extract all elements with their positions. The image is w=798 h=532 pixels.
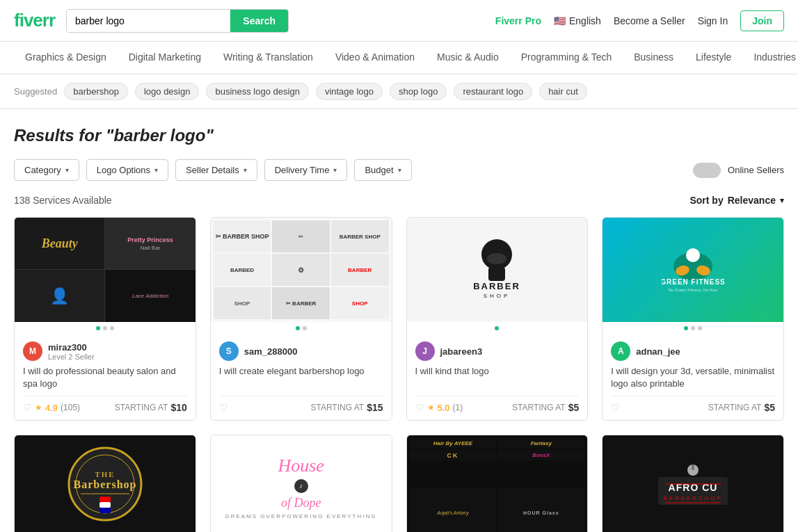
dot [296, 326, 300, 330]
logo-options-filter[interactable]: Logo Options ▾ [86, 159, 168, 181]
tag-hair-cut[interactable]: hair cut [539, 83, 587, 100]
sort-value[interactable]: Relevance [728, 195, 776, 206]
nav-writing-translation[interactable]: Writing & Translation [212, 42, 324, 74]
nav-industries[interactable]: Industries [742, 42, 798, 74]
tag-logo-design[interactable]: logo design [135, 83, 200, 100]
heart-button-1[interactable]: ♡ [23, 402, 32, 413]
seller-name-4[interactable]: adnan_jee [636, 346, 680, 357]
svg-text:AFRO CU: AFRO CU [669, 482, 718, 493]
gig-card-7[interactable]: Hair By AYEEE CK Fantasy BossX [406, 435, 589, 532]
seller-info-2: S sam_288000 [219, 341, 383, 361]
svg-rect-19 [99, 508, 111, 513]
tag-vintage-logo[interactable]: vintage logo [316, 83, 383, 100]
gig-footer-2: ♡ STARTING AT $15 [219, 396, 383, 413]
nav-digital-marketing[interactable]: Digital Marketing [118, 42, 212, 74]
gig-grid: Beauty Pretty Princess Nail Bar 👤 Lace A… [14, 217, 784, 421]
svg-text:GREEN FITNESS: GREEN FITNESS [662, 278, 724, 286]
starting-at-label-3: STARTING AT [512, 403, 566, 412]
gig-card-6[interactable]: House ♪ of Dope Dreams OverPowering Ever… [210, 435, 392, 532]
seller-details-2: sam_288000 [244, 346, 298, 357]
filters-bar: Category ▾ Logo Options ▾ Seller Details… [14, 159, 784, 181]
gig-card-5[interactable]: THE Barbershop [14, 435, 196, 532]
avatar-1: M [23, 341, 42, 361]
nav-lifestyle[interactable]: Lifestyle [685, 42, 742, 74]
gig-thumbnail-8: AFRO CU BARBERSHOP [603, 435, 783, 532]
gig-card-2[interactable]: ✂ BARBER SHOP ✂ BARBER SHOP BARBED ⚙ BAR… [210, 217, 392, 421]
tag-restaurant-logo[interactable]: restaurant logo [454, 83, 532, 100]
seller-name-3[interactable]: jabareen3 [440, 346, 483, 357]
heart-button-3[interactable]: ♡ [415, 402, 424, 413]
search-button[interactable]: Search [230, 10, 288, 32]
gig-card-3[interactable]: BARBER SHOP J jabareen3 I will kind that… [406, 217, 589, 421]
flag-icon: 🇺🇸 [554, 15, 566, 26]
category-filter[interactable]: Category ▾ [14, 159, 79, 181]
main-nav: Graphics & Design Digital Marketing Writ… [0, 42, 798, 74]
join-button[interactable]: Join [740, 10, 784, 31]
dot [110, 326, 114, 330]
price-section-4: STARTING AT $5 [708, 402, 775, 413]
gig-body-1: M miraz300 Level 2 Seller I will do prof… [15, 334, 195, 420]
language-label: English [569, 15, 601, 26]
price-value-4: $5 [764, 402, 775, 413]
toggle-switch[interactable] [693, 163, 721, 178]
seller-details-filter[interactable]: Seller Details ▾ [175, 159, 257, 181]
dot [495, 326, 499, 330]
chevron-down-icon: ▾ [65, 166, 69, 174]
header-right: Fiverr Pro 🇺🇸 English Become a Seller Si… [495, 10, 784, 31]
nav-graphics-design[interactable]: Graphics & Design [14, 42, 118, 74]
avatar-3: J [415, 341, 435, 361]
gig-title-1: I will do professional beauty salon and … [23, 365, 187, 390]
rating-1: ♡ ★ 4.9 (105) [23, 402, 80, 413]
logo[interactable]: fiverr [14, 10, 55, 31]
price-value-1: $10 [170, 402, 186, 413]
seller-name-1[interactable]: miraz300 [48, 342, 95, 353]
gig-title-3: I will kind that logo [415, 365, 580, 390]
gig-body-3: J jabareen3 I will kind that logo ♡ ★ 5.… [407, 334, 588, 420]
price-value-3: $5 [568, 402, 580, 413]
nav-business[interactable]: Business [623, 42, 685, 74]
gig-card-4[interactable]: GREEN FITNESS No Green Fitness, No Kiss … [602, 217, 784, 421]
tag-shop-logo[interactable]: shop logo [390, 83, 447, 100]
chevron-down-icon: ▾ [244, 166, 247, 174]
heart-button-4[interactable]: ♡ [611, 402, 620, 413]
search-bar: Search [66, 9, 289, 33]
svg-text:BARBERSHOP: BARBERSHOP [663, 495, 723, 501]
search-input[interactable] [67, 10, 230, 32]
gig-image-wrapper-8: AFRO CU BARBERSHOP [603, 435, 783, 532]
gig-thumbnail-3: BARBER SHOP [407, 218, 588, 322]
gig-thumbnail-2: ✂ BARBER SHOP ✂ BARBER SHOP BARBED ⚙ BAR… [211, 218, 392, 322]
main-content: Results for "barber logo" Category ▾ Log… [0, 109, 798, 532]
gig-thumbnail-6: House ♪ of Dope Dreams OverPowering Ever… [211, 435, 392, 532]
sign-in-link[interactable]: Sign In [698, 15, 728, 26]
header: fiverr Search Fiverr Pro 🇺🇸 English Beco… [0, 0, 798, 42]
seller-name-2[interactable]: sam_288000 [244, 346, 298, 357]
tag-business-logo-design[interactable]: business logo design [206, 83, 308, 100]
seller-details-4: adnan_jee [636, 346, 680, 357]
svg-point-3 [487, 253, 506, 264]
gig-image-wrapper-2: ✂ BARBER SHOP ✂ BARBER SHOP BARBED ⚙ BAR… [211, 218, 392, 334]
gig-card-8[interactable]: AFRO CU BARBERSHOP [602, 435, 784, 532]
nav-programming-tech[interactable]: Programming & Tech [510, 42, 623, 74]
gig-image-wrapper-5: THE Barbershop [15, 435, 195, 532]
gig-image-wrapper-4: GREEN FITNESS No Green Fitness, No Kiss [603, 218, 783, 334]
gig-image-wrapper-3: BARBER SHOP [407, 218, 588, 334]
gig-card-1[interactable]: Beauty Pretty Princess Nail Bar 👤 Lace A… [14, 217, 196, 421]
language-selector[interactable]: 🇺🇸 English [554, 15, 601, 26]
chevron-down-icon[interactable]: ▾ [780, 196, 784, 205]
afro-cuts-svg: AFRO CU BARBERSHOP [651, 460, 735, 515]
become-seller-link[interactable]: Become a Seller [614, 15, 685, 26]
gig-title-4: I will design your 3d, versatile, minima… [611, 365, 775, 390]
nav-video-animation[interactable]: Video & Animation [324, 42, 426, 74]
nav-music-audio[interactable]: Music & Audio [426, 42, 510, 74]
gig-body-4: A adnan_jee I will design your 3d, versa… [603, 334, 783, 420]
fiverr-pro-link[interactable]: Fiverr Pro [495, 15, 541, 26]
starting-at-label-2: STARTING AT [310, 403, 364, 412]
gig-image-wrapper-1: Beauty Pretty Princess Nail Bar 👤 Lace A… [15, 218, 195, 334]
budget-filter[interactable]: Budget ▾ [354, 159, 411, 181]
rating-count-1: (105) [61, 403, 80, 412]
heart-button-2[interactable]: ♡ [219, 402, 228, 413]
delivery-time-filter[interactable]: Delivery Time ▾ [264, 159, 348, 181]
tag-barbershop[interactable]: barbershop [64, 83, 128, 100]
online-sellers-label: Online Sellers [728, 165, 784, 175]
svg-text:Barbershop: Barbershop [73, 478, 136, 491]
